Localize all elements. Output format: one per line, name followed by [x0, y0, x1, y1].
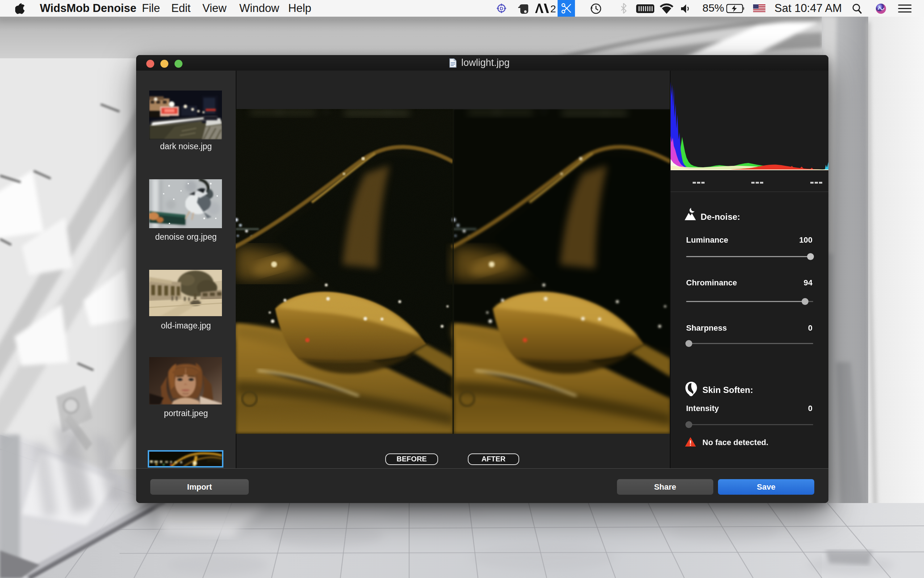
svg-text:2: 2 — [550, 3, 556, 14]
svg-text:D: D — [500, 6, 503, 11]
